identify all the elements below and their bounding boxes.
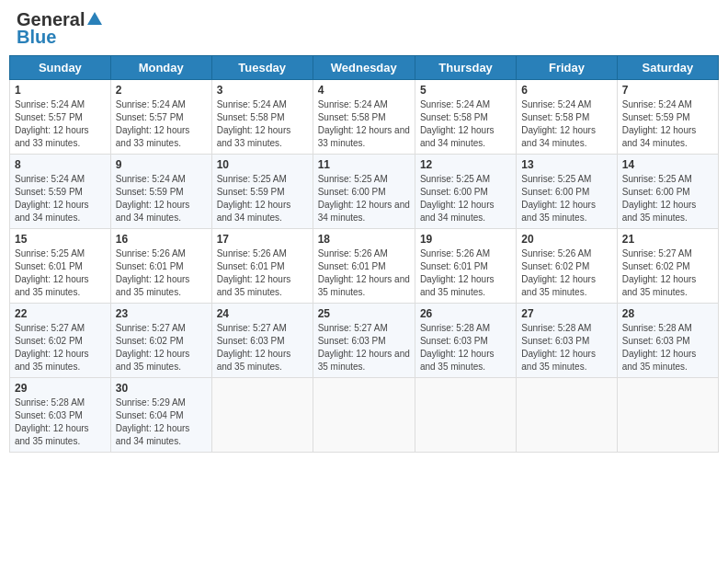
- cell-info: Sunrise: 5:28 AMSunset: 6:03 PMDaylight:…: [420, 322, 511, 373]
- cell-info: Sunrise: 5:24 AMSunset: 5:59 PMDaylight:…: [116, 173, 207, 224]
- calendar-cell: 19Sunrise: 5:26 AMSunset: 6:01 PMDayligh…: [415, 229, 516, 304]
- calendar-cell: 23Sunrise: 5:27 AMSunset: 6:02 PMDayligh…: [110, 304, 211, 378]
- day-number: 11: [318, 158, 410, 171]
- day-number: 12: [420, 158, 511, 171]
- calendar-cell: 9Sunrise: 5:24 AMSunset: 5:59 PMDaylight…: [110, 155, 211, 229]
- day-number: 10: [217, 158, 308, 171]
- cell-info: Sunrise: 5:25 AMSunset: 6:00 PMDaylight:…: [622, 173, 713, 224]
- weekday-header-tuesday: Tuesday: [211, 56, 313, 80]
- weekday-header-sunday: Sunday: [10, 56, 111, 80]
- cell-info: Sunrise: 5:25 AMSunset: 6:00 PMDaylight:…: [420, 173, 511, 224]
- day-number: 22: [15, 307, 106, 320]
- cell-info: Sunrise: 5:26 AMSunset: 6:02 PMDaylight:…: [521, 247, 611, 299]
- cell-info: Sunrise: 5:24 AMSunset: 5:58 PMDaylight:…: [217, 98, 308, 150]
- day-number: 17: [217, 233, 308, 246]
- calendar-cell: 15Sunrise: 5:25 AMSunset: 6:01 PMDayligh…: [10, 229, 111, 304]
- calendar-cell: [517, 378, 617, 453]
- day-number: 4: [318, 84, 410, 97]
- calendar-cell: 13Sunrise: 5:25 AMSunset: 6:00 PMDayligh…: [517, 155, 617, 229]
- cell-info: Sunrise: 5:27 AMSunset: 6:03 PMDaylight:…: [217, 322, 308, 373]
- calendar-cell: 26Sunrise: 5:28 AMSunset: 6:03 PMDayligh…: [415, 304, 516, 378]
- calendar-cell: 22Sunrise: 5:27 AMSunset: 6:02 PMDayligh…: [10, 304, 111, 378]
- calendar-cell: 30Sunrise: 5:29 AMSunset: 6:04 PMDayligh…: [110, 378, 211, 453]
- calendar-cell: 25Sunrise: 5:27 AMSunset: 6:03 PMDayligh…: [313, 304, 415, 378]
- cell-info: Sunrise: 5:24 AMSunset: 5:57 PMDaylight:…: [15, 98, 106, 150]
- calendar-cell: 6Sunrise: 5:24 AMSunset: 5:58 PMDaylight…: [517, 80, 617, 155]
- day-number: 26: [420, 307, 511, 320]
- calendar-cell: [617, 378, 718, 453]
- calendar-cell: 7Sunrise: 5:24 AMSunset: 5:59 PMDaylight…: [617, 80, 718, 155]
- calendar-cell: 4Sunrise: 5:24 AMSunset: 5:58 PMDaylight…: [313, 80, 415, 155]
- day-number: 16: [116, 233, 207, 246]
- cell-info: Sunrise: 5:25 AMSunset: 6:00 PMDaylight:…: [318, 173, 410, 224]
- logo-blue-text: Blue: [17, 27, 56, 48]
- cell-info: Sunrise: 5:27 AMSunset: 6:03 PMDaylight:…: [318, 322, 410, 373]
- cell-info: Sunrise: 5:24 AMSunset: 5:58 PMDaylight:…: [420, 98, 511, 150]
- cell-info: Sunrise: 5:29 AMSunset: 6:04 PMDaylight:…: [116, 396, 207, 448]
- cell-info: Sunrise: 5:25 AMSunset: 6:01 PMDaylight:…: [15, 247, 106, 299]
- day-number: 8: [15, 158, 106, 171]
- calendar-cell: 28Sunrise: 5:28 AMSunset: 6:03 PMDayligh…: [617, 304, 718, 378]
- day-number: 14: [622, 158, 713, 171]
- week-row-1: 1Sunrise: 5:24 AMSunset: 5:57 PMDaylight…: [10, 80, 719, 155]
- calendar-cell: 29Sunrise: 5:28 AMSunset: 6:03 PMDayligh…: [10, 378, 111, 453]
- cell-info: Sunrise: 5:24 AMSunset: 5:59 PMDaylight:…: [15, 173, 106, 224]
- calendar-cell: 24Sunrise: 5:27 AMSunset: 6:03 PMDayligh…: [211, 304, 313, 378]
- day-number: 2: [116, 84, 207, 97]
- day-number: 18: [318, 233, 410, 246]
- day-number: 7: [622, 84, 713, 97]
- cell-info: Sunrise: 5:28 AMSunset: 6:03 PMDaylight:…: [15, 396, 106, 448]
- day-number: 3: [217, 84, 308, 97]
- logo: General Blue: [17, 9, 103, 48]
- weekday-header-saturday: Saturday: [617, 56, 718, 80]
- weekday-header-row: SundayMondayTuesdayWednesdayThursdayFrid…: [10, 56, 719, 80]
- calendar-cell: 18Sunrise: 5:26 AMSunset: 6:01 PMDayligh…: [313, 229, 415, 304]
- calendar-cell: 8Sunrise: 5:24 AMSunset: 5:59 PMDaylight…: [10, 155, 111, 229]
- calendar-cell: [313, 378, 415, 453]
- day-number: 13: [521, 158, 611, 171]
- cell-info: Sunrise: 5:26 AMSunset: 6:01 PMDaylight:…: [116, 247, 207, 299]
- calendar-cell: [415, 378, 516, 453]
- calendar-cell: 20Sunrise: 5:26 AMSunset: 6:02 PMDayligh…: [517, 229, 617, 304]
- day-number: 27: [521, 307, 611, 320]
- calendar-cell: 14Sunrise: 5:25 AMSunset: 6:00 PMDayligh…: [617, 155, 718, 229]
- day-number: 1: [15, 84, 106, 97]
- weekday-header-thursday: Thursday: [415, 56, 516, 80]
- calendar-cell: 11Sunrise: 5:25 AMSunset: 6:00 PMDayligh…: [313, 155, 415, 229]
- cell-info: Sunrise: 5:25 AMSunset: 5:59 PMDaylight:…: [217, 173, 308, 224]
- cell-info: Sunrise: 5:26 AMSunset: 6:01 PMDaylight:…: [420, 247, 511, 299]
- calendar-cell: 16Sunrise: 5:26 AMSunset: 6:01 PMDayligh…: [110, 229, 211, 304]
- day-number: 29: [15, 382, 106, 395]
- cell-info: Sunrise: 5:28 AMSunset: 6:03 PMDaylight:…: [521, 322, 611, 373]
- cell-info: Sunrise: 5:24 AMSunset: 5:57 PMDaylight:…: [116, 98, 207, 150]
- weekday-header-monday: Monday: [110, 56, 211, 80]
- cell-info: Sunrise: 5:26 AMSunset: 6:01 PMDaylight:…: [318, 247, 410, 299]
- day-number: 25: [318, 307, 410, 320]
- cell-info: Sunrise: 5:27 AMSunset: 6:02 PMDaylight:…: [15, 322, 106, 373]
- calendar-cell: 17Sunrise: 5:26 AMSunset: 6:01 PMDayligh…: [211, 229, 313, 304]
- cell-info: Sunrise: 5:27 AMSunset: 6:02 PMDaylight:…: [622, 247, 713, 299]
- day-number: 6: [521, 84, 611, 97]
- day-number: 9: [116, 158, 207, 171]
- day-number: 30: [116, 382, 207, 395]
- calendar-table: SundayMondayTuesdayWednesdayThursdayFrid…: [9, 55, 719, 453]
- cell-info: Sunrise: 5:26 AMSunset: 6:01 PMDaylight:…: [217, 247, 308, 299]
- calendar-cell: [211, 378, 313, 453]
- weekday-header-wednesday: Wednesday: [313, 56, 415, 80]
- day-number: 23: [116, 307, 207, 320]
- day-number: 19: [420, 233, 511, 246]
- calendar-cell: 5Sunrise: 5:24 AMSunset: 5:58 PMDaylight…: [415, 80, 516, 155]
- logo-arrow-icon: [86, 10, 103, 30]
- calendar-cell: 2Sunrise: 5:24 AMSunset: 5:57 PMDaylight…: [110, 80, 211, 155]
- day-number: 20: [521, 233, 611, 246]
- weekday-header-friday: Friday: [517, 56, 617, 80]
- calendar-cell: 27Sunrise: 5:28 AMSunset: 6:03 PMDayligh…: [517, 304, 617, 378]
- calendar-cell: 3Sunrise: 5:24 AMSunset: 5:58 PMDaylight…: [211, 80, 313, 155]
- cell-info: Sunrise: 5:24 AMSunset: 5:59 PMDaylight:…: [622, 98, 713, 150]
- cell-info: Sunrise: 5:24 AMSunset: 5:58 PMDaylight:…: [318, 98, 410, 150]
- calendar-cell: 21Sunrise: 5:27 AMSunset: 6:02 PMDayligh…: [617, 229, 718, 304]
- calendar-cell: 1Sunrise: 5:24 AMSunset: 5:57 PMDaylight…: [10, 80, 111, 155]
- week-row-5: 29Sunrise: 5:28 AMSunset: 6:03 PMDayligh…: [10, 378, 719, 453]
- cell-info: Sunrise: 5:27 AMSunset: 6:02 PMDaylight:…: [116, 322, 207, 373]
- day-number: 21: [622, 233, 713, 246]
